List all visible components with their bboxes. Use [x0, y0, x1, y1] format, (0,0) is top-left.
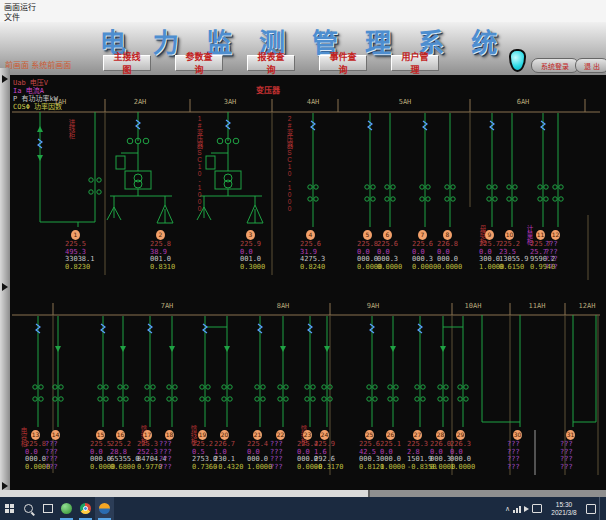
tray-expand-icon[interactable]: ∧	[505, 505, 510, 513]
feeder-number-badge: 25	[365, 430, 374, 440]
clock-date: 2021/3/8	[545, 509, 583, 517]
nav-button-row: 主接线图参数查询报表查询事件查询用户管理	[103, 55, 439, 71]
feeder-number-badge: 17	[143, 430, 152, 440]
breadcrumb[interactable]: 前画面 系统前画面	[5, 59, 71, 70]
task-view-icon	[43, 504, 53, 513]
taskbar-left	[0, 497, 114, 520]
slider-arrow-middle[interactable]	[2, 283, 8, 291]
feeder-number-badge: 26	[386, 430, 395, 440]
taskbar-app-green[interactable]	[57, 497, 76, 520]
menu-item-file[interactable]: 文件	[4, 11, 20, 22]
feeder-number-badge: 19	[198, 430, 207, 440]
window-titlebar: 画面运行 文件	[0, 0, 606, 22]
feeder-number-badge: 24	[320, 430, 329, 440]
left-slider-strip[interactable]	[0, 68, 10, 490]
search-button[interactable]	[19, 497, 38, 520]
nav-button[interactable]: 报表查询	[247, 55, 295, 71]
nav-button[interactable]: 事件查询	[319, 55, 367, 71]
feeder-number-badge: 15	[96, 430, 105, 440]
single-line-diagram-canvas: Uab 电压VIa 电流AP 有功功率kWCOSΦ 功率因数 变压器 1AH2A…	[0, 75, 606, 490]
feeder-readout: 24 225.9 1.6 292.6 -0.3170	[314, 430, 350, 471]
feeder-number-badge: 13	[31, 430, 40, 440]
search-icon	[24, 504, 33, 513]
feeder-readout: 20 226.7 1.0 230.1 -0.4320	[214, 430, 250, 471]
show-desktop-button[interactable]	[599, 497, 604, 520]
feeder-number-badge: 31	[566, 430, 575, 440]
feeder-number-badge: 16	[116, 430, 125, 440]
scada-app-icon	[99, 503, 110, 514]
power-factor-value: ???	[507, 464, 543, 472]
task-view-button[interactable]	[38, 497, 57, 520]
feeder-number-badge: 20	[220, 430, 229, 440]
green-app-icon	[61, 503, 72, 514]
feeder-number-badge: 28	[436, 430, 445, 440]
feeder-number-badge: 22	[276, 430, 285, 440]
nav-button[interactable]: 主接线图	[103, 55, 151, 71]
login-button[interactable]: 系统登录	[531, 58, 579, 73]
windows-taskbar: ∧ 15:30 2021/3/8	[0, 497, 606, 520]
power-factor-value: -0.3170	[314, 464, 350, 472]
action-center-icon[interactable]	[586, 504, 596, 514]
feeder-readout: 30 ??? ??? ??? ???	[507, 430, 543, 471]
feeder-number-badge: 29	[456, 430, 465, 440]
taskbar-clock[interactable]: 15:30 2021/3/8	[545, 501, 583, 517]
clock-time: 15:30	[545, 501, 583, 509]
nav-button[interactable]: 参数查询	[175, 55, 223, 71]
feeder-readout: 31 ??? ??? ??? ???	[560, 430, 596, 471]
power-factor-value: ???	[159, 464, 195, 472]
feeder-number-badge: 14	[51, 430, 60, 440]
feeder-number-badge: 30	[513, 430, 522, 440]
feeder-number-badge: 21	[253, 430, 262, 440]
taskbar-app-browser[interactable]	[76, 497, 95, 520]
power-factor-value: 1.0000	[450, 464, 486, 472]
feeder-number-badge: 18	[165, 430, 174, 440]
banner: 电 力 监 测 管 理 系 统 前画面 系统前画面 主接线图参数查询报表查询事件…	[0, 22, 606, 76]
feeder-number-badge: 23	[303, 430, 312, 440]
input-indicator-icon[interactable]	[532, 504, 542, 513]
browser-icon	[80, 503, 91, 514]
water-drop-icon	[509, 49, 526, 72]
power-factor-value: ???	[45, 464, 81, 472]
taskbar-app-scada[interactable]	[95, 497, 114, 520]
feeder-readout: 18 ??? ??? ??? ???	[159, 430, 195, 471]
slider-arrow-bottom[interactable]	[2, 482, 8, 490]
feeder-readout: 29 226.3 0.0 000.0 1.0000	[450, 430, 486, 471]
exit-button[interactable]: 退 出	[575, 58, 606, 73]
horizontal-scrollbar[interactable]	[0, 490, 606, 497]
horizontal-scrollbar-thumb[interactable]	[0, 490, 370, 497]
windows-logo-icon	[5, 504, 14, 513]
network-icon[interactable]	[513, 505, 521, 513]
power-factor-value: -0.4320	[214, 464, 250, 472]
scada-window: 画面运行 文件 电 力 监 测 管 理 系 统 前画面 系统前画面 主接线图参数…	[0, 0, 606, 520]
feeder-number-badge: 27	[413, 430, 422, 440]
nav-button[interactable]: 用户管理	[391, 55, 439, 71]
system-tray: ∧ 15:30 2021/3/8	[505, 497, 606, 520]
feeder-readout: 14 ??? ??? ??? ???	[45, 430, 81, 471]
slider-arrow-top[interactable]	[2, 75, 8, 83]
volume-icon[interactable]	[524, 506, 529, 512]
start-button[interactable]	[0, 497, 19, 520]
bottom-feeder-readouts: 13 225.8 0.0 000.0 0.0000 14 ??? ??? ???…	[0, 75, 606, 490]
power-factor-value: ???	[560, 464, 596, 472]
